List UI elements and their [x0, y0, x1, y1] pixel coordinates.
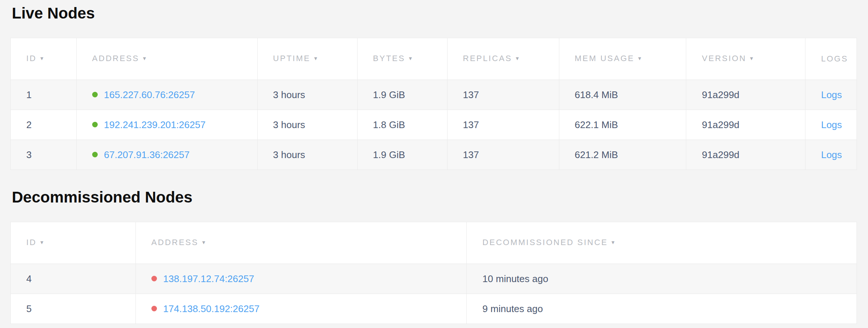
- live-status-icon: [92, 92, 98, 97]
- decommissioned-nodes-table: ID▾ Address▾ Decommissioned Since▾ 4 138…: [10, 222, 857, 324]
- node-bytes-cell: 1.9 GiB: [357, 140, 447, 170]
- node-replicas-cell: 137: [447, 140, 559, 170]
- nodes-page: Live Nodes ID▾ Address▾ Uptime▾ Bytes▾: [0, 4, 868, 324]
- node-replicas-cell: 137: [447, 110, 559, 140]
- logs-link[interactable]: Logs: [821, 89, 842, 100]
- column-header-label: Version: [702, 54, 746, 63]
- decommissioned-status-icon: [151, 306, 157, 311]
- logs-link[interactable]: Logs: [821, 149, 842, 160]
- column-header-replicas[interactable]: Replicas▾: [447, 38, 559, 80]
- live-status-icon: [92, 122, 98, 127]
- decommissioned-since-cell: 9 minutes ago: [467, 294, 857, 324]
- live-nodes-title: Live Nodes: [10, 4, 857, 22]
- node-id-cell: 4: [11, 264, 136, 294]
- column-header-label: Logs: [821, 54, 848, 63]
- column-header-label: Replicas: [463, 54, 512, 63]
- node-id-cell: 2: [11, 110, 77, 140]
- node-mem-usage-cell: 618.4 MiB: [559, 80, 686, 110]
- column-header-uptime[interactable]: Uptime▾: [257, 38, 357, 80]
- sort-arrow-icon: ▾: [40, 54, 44, 63]
- decommissioned-nodes-title: Decommissioned Nodes: [10, 188, 857, 206]
- node-id-cell: 3: [11, 140, 77, 170]
- live-status-icon: [92, 152, 98, 157]
- node-version-cell: 91a299d: [686, 80, 805, 110]
- node-uptime-cell: 3 hours: [257, 80, 357, 110]
- column-header-label: Address: [151, 238, 198, 247]
- sort-arrow-icon: ▾: [314, 54, 318, 63]
- sort-arrow-icon: ▾: [611, 238, 616, 247]
- node-logs-cell: Logs: [805, 140, 857, 170]
- column-header-label: ID: [26, 54, 37, 63]
- column-header-address[interactable]: Address▾: [76, 38, 257, 80]
- sort-arrow-icon: ▾: [143, 54, 147, 63]
- sort-arrow-icon: ▾: [638, 54, 642, 63]
- column-header-label: Bytes: [373, 54, 405, 63]
- sort-arrow-icon: ▾: [750, 54, 754, 63]
- node-mem-usage-cell: 622.1 MiB: [559, 110, 686, 140]
- column-header-label: Mem Usage: [575, 54, 634, 63]
- node-address-link[interactable]: 138.197.12.74:26257: [163, 273, 254, 284]
- node-logs-cell: Logs: [805, 110, 857, 140]
- node-address-link[interactable]: 67.207.91.36:26257: [104, 149, 190, 160]
- node-address-cell: 174.138.50.192:26257: [135, 294, 467, 324]
- decommissioned-nodes-header-row: ID▾ Address▾ Decommissioned Since▾: [11, 222, 857, 264]
- column-header-mem-usage[interactable]: Mem Usage▾: [559, 38, 686, 80]
- live-nodes-table: ID▾ Address▾ Uptime▾ Bytes▾ Replicas▾ Me…: [10, 38, 857, 170]
- node-address-link[interactable]: 165.227.60.76:26257: [104, 89, 195, 100]
- node-version-cell: 91a299d: [686, 140, 805, 170]
- column-header-version[interactable]: Version▾: [686, 38, 805, 80]
- sort-arrow-icon: ▾: [202, 238, 206, 247]
- node-address-cell: 165.227.60.76:26257: [76, 80, 257, 110]
- sort-arrow-icon: ▾: [516, 54, 520, 63]
- sort-arrow-icon: ▾: [40, 238, 44, 247]
- sort-arrow-icon: ▾: [409, 54, 413, 63]
- node-address-cell: 192.241.239.201:26257: [76, 110, 257, 140]
- node-version-cell: 91a299d: [686, 110, 805, 140]
- node-address-cell: 67.207.91.36:26257: [76, 140, 257, 170]
- logs-link[interactable]: Logs: [821, 119, 842, 130]
- live-nodes-header-row: ID▾ Address▾ Uptime▾ Bytes▾ Replicas▾ Me…: [11, 38, 857, 80]
- node-id-cell: 5: [11, 294, 136, 324]
- decommissioned-status-icon: [151, 276, 157, 281]
- column-header-id[interactable]: ID▾: [11, 38, 77, 80]
- node-id-cell: 1: [11, 80, 77, 110]
- node-address-link[interactable]: 192.241.239.201:26257: [104, 119, 206, 130]
- node-logs-cell: Logs: [805, 80, 857, 110]
- table-row: 3 67.207.91.36:26257 3 hours 1.9 GiB 137…: [11, 140, 857, 170]
- node-uptime-cell: 3 hours: [257, 110, 357, 140]
- column-header-label: Decommissioned Since: [482, 238, 608, 247]
- column-header-label: Address: [92, 54, 139, 63]
- node-uptime-cell: 3 hours: [257, 140, 357, 170]
- table-row: 1 165.227.60.76:26257 3 hours 1.9 GiB 13…: [11, 80, 857, 110]
- node-replicas-cell: 137: [447, 80, 559, 110]
- column-header-label: ID: [26, 238, 37, 247]
- table-row: 2 192.241.239.201:26257 3 hours 1.8 GiB …: [11, 110, 857, 140]
- column-header-id[interactable]: ID▾: [11, 222, 136, 264]
- column-header-label: Uptime: [273, 54, 311, 63]
- table-row: 4 138.197.12.74:26257 10 minutes ago: [11, 264, 857, 294]
- node-bytes-cell: 1.8 GiB: [357, 110, 447, 140]
- node-bytes-cell: 1.9 GiB: [357, 80, 447, 110]
- column-header-logs: Logs: [805, 38, 857, 80]
- table-row: 5 174.138.50.192:26257 9 minutes ago: [11, 294, 857, 324]
- column-header-address[interactable]: Address▾: [135, 222, 467, 264]
- column-header-decommissioned-since[interactable]: Decommissioned Since▾: [467, 222, 857, 264]
- decommissioned-since-cell: 10 minutes ago: [467, 264, 857, 294]
- column-header-bytes[interactable]: Bytes▾: [357, 38, 447, 80]
- node-mem-usage-cell: 621.2 MiB: [559, 140, 686, 170]
- node-address-cell: 138.197.12.74:26257: [135, 264, 467, 294]
- node-address-link[interactable]: 174.138.50.192:26257: [163, 303, 259, 314]
